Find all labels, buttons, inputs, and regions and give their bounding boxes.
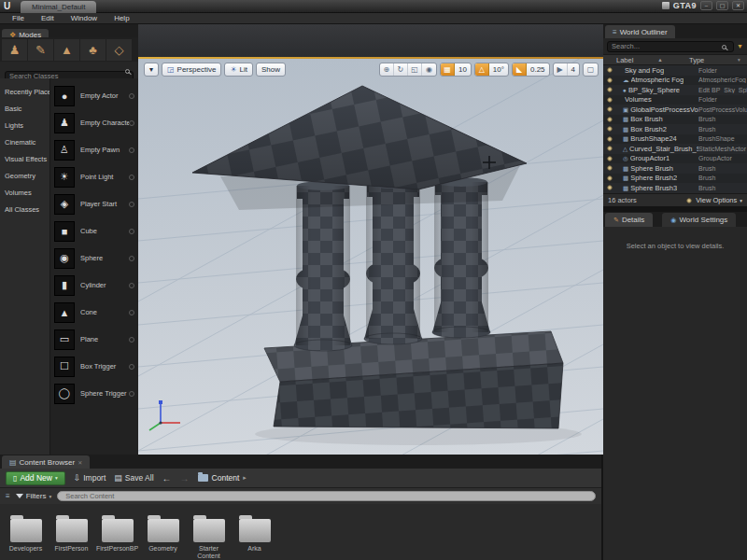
tab-world-outliner[interactable]: ≡ World Outliner bbox=[605, 25, 675, 38]
drag-handle[interactable] bbox=[129, 175, 134, 180]
rotation-snap-value[interactable]: 10° bbox=[489, 63, 508, 76]
world-coordinate-button[interactable]: ◉ bbox=[422, 63, 436, 76]
tab-content-browser[interactable]: ▤ Content Browser ✕ bbox=[2, 455, 90, 469]
asset-item[interactable]: Starter Content bbox=[187, 508, 231, 560]
outliner-row[interactable]: ▩ Box Brush Brush bbox=[603, 115, 747, 125]
drag-handle[interactable] bbox=[129, 391, 134, 397]
visibility-eye-icon[interactable] bbox=[606, 135, 613, 143]
outliner-settings-icon[interactable]: ▼ bbox=[737, 43, 743, 49]
visibility-eye-icon[interactable] bbox=[606, 116, 613, 123]
mode-tool-button[interactable]: ◇ bbox=[106, 39, 132, 61]
import-button[interactable]: ⇩ Import bbox=[74, 473, 106, 483]
view-options-button[interactable]: View Options ▾ bbox=[685, 196, 742, 204]
rotation-snap-toggle[interactable]: △ bbox=[475, 63, 489, 76]
placeable-item[interactable]: ▲ Cone bbox=[50, 299, 138, 326]
lit-mode-button[interactable]: ☀ Lit bbox=[224, 63, 253, 77]
drag-handle[interactable] bbox=[129, 120, 134, 126]
category-item[interactable]: All Classes bbox=[0, 202, 49, 218]
move-tool-button[interactable]: ⊕ bbox=[380, 63, 394, 76]
placeable-item[interactable]: ▮ Cylinder bbox=[50, 272, 138, 299]
mode-tool-button[interactable]: ♣ bbox=[80, 39, 106, 61]
category-item[interactable]: Volumes bbox=[0, 185, 49, 202]
menu-item[interactable]: Window bbox=[63, 14, 106, 22]
category-item[interactable]: Visual Effects bbox=[0, 151, 49, 168]
visibility-eye-icon[interactable] bbox=[606, 125, 613, 133]
asset-item[interactable]: FirstPersonBP bbox=[95, 508, 139, 553]
grid-snap-toggle[interactable]: ▦ bbox=[441, 63, 455, 76]
mode-tool-button[interactable]: ▲ bbox=[54, 39, 79, 61]
tab-details[interactable]: ✎ Details bbox=[605, 213, 653, 227]
outliner-row[interactable]: Sky and Fog Folder bbox=[603, 65, 747, 76]
column-label[interactable]: Label bbox=[603, 56, 633, 64]
visibility-eye-icon[interactable] bbox=[606, 155, 613, 162]
visibility-eye-icon[interactable] bbox=[606, 164, 613, 172]
camera-speed-value[interactable]: 4 bbox=[568, 63, 579, 76]
outliner-row[interactable]: ▩ Sphere Brush Brush bbox=[603, 163, 747, 174]
outliner-row[interactable]: ▩ Sphere Brush3 Brush bbox=[603, 183, 747, 193]
visibility-eye-icon[interactable] bbox=[606, 175, 613, 182]
column-options-icon[interactable]: ▾ bbox=[738, 57, 747, 63]
outliner-row[interactable]: ▩ Box Brush2 Brush bbox=[603, 124, 747, 134]
outliner-row[interactable]: Volumes Folder bbox=[603, 95, 747, 105]
tab-world-settings[interactable]: ◉ World Settings bbox=[662, 213, 736, 227]
visibility-eye-icon[interactable] bbox=[606, 105, 613, 113]
visibility-eye-icon[interactable] bbox=[606, 184, 613, 191]
placeable-item[interactable]: ◯ Sphere Trigger bbox=[50, 380, 138, 407]
placeable-item[interactable]: ◉ Sphere bbox=[50, 245, 138, 272]
scale-snap-toggle[interactable]: ◣ bbox=[513, 63, 527, 76]
asset-item[interactable]: Developers bbox=[4, 508, 48, 553]
maximize-viewport-button[interactable]: ▢ bbox=[584, 63, 598, 76]
close-button[interactable]: ✕ bbox=[732, 1, 744, 10]
level-tab[interactable]: Minimal_Default bbox=[21, 1, 96, 13]
visibility-eye-icon[interactable] bbox=[606, 145, 613, 152]
scale-tool-button[interactable]: ◱ bbox=[408, 63, 422, 76]
menu-item[interactable]: File bbox=[4, 14, 33, 22]
outliner-row[interactable]: ● BP_Sky_Sphere Edit BP_Sky_Sphere bbox=[603, 85, 747, 95]
placeable-item[interactable]: ☀ Point Light bbox=[50, 163, 138, 190]
filters-button[interactable]: Filters ▾ bbox=[16, 492, 52, 500]
placeable-item[interactable]: ♟ Empty Character bbox=[50, 109, 138, 136]
viewport-options-button[interactable]: ▾ bbox=[144, 63, 159, 77]
visibility-eye-icon[interactable] bbox=[606, 96, 613, 104]
drag-handle[interactable] bbox=[129, 310, 134, 315]
drag-handle[interactable] bbox=[129, 147, 134, 153]
drag-handle[interactable] bbox=[129, 364, 134, 370]
level-viewport[interactable]: ▾ ◲ Perspective ☀ Lit Show ⊕ ↻ ◱ ◉ ▦ bbox=[138, 59, 603, 455]
outliner-search-input[interactable] bbox=[607, 41, 734, 52]
category-item[interactable]: Lights bbox=[0, 118, 49, 134]
sources-panel-toggle-icon[interactable]: ≡ bbox=[6, 492, 10, 500]
grid-snap-value[interactable]: 10 bbox=[455, 63, 471, 76]
category-item[interactable]: Recently Placed bbox=[0, 84, 49, 101]
asset-item[interactable]: Geometry bbox=[141, 508, 185, 553]
back-button[interactable]: ← bbox=[162, 473, 172, 483]
category-item[interactable]: Cinematic bbox=[0, 134, 49, 151]
save-all-button[interactable]: ▤ Save All bbox=[114, 473, 153, 483]
drag-handle[interactable] bbox=[129, 283, 134, 288]
drag-handle[interactable] bbox=[129, 229, 134, 234]
category-item[interactable]: Geometry bbox=[0, 168, 49, 185]
camera-speed-icon[interactable]: ▶ bbox=[554, 63, 568, 76]
outliner-row[interactable]: △ Curved_Stair_Brush_StaticMesh StaticMe… bbox=[603, 144, 747, 154]
add-new-button[interactable]: ▯ Add New ▾ bbox=[6, 471, 65, 485]
close-tab-icon[interactable]: ✕ bbox=[78, 459, 82, 466]
placeable-item[interactable]: ◈ Player Start bbox=[50, 190, 138, 217]
menu-item[interactable]: Help bbox=[106, 14, 137, 22]
visibility-eye-icon[interactable] bbox=[606, 77, 613, 84]
placeable-item[interactable]: ■ Cube bbox=[50, 217, 138, 245]
rotate-tool-button[interactable]: ↻ bbox=[394, 63, 408, 76]
maximize-button[interactable]: ▢ bbox=[716, 1, 728, 10]
placeable-item[interactable]: ▭ Plane bbox=[50, 326, 138, 353]
perspective-button[interactable]: ◲ Perspective bbox=[162, 63, 221, 77]
drag-handle[interactable] bbox=[129, 202, 134, 207]
menu-item[interactable]: Edit bbox=[33, 14, 63, 22]
placeable-item[interactable]: ♙ Empty Pawn bbox=[50, 136, 138, 163]
placeable-item[interactable]: ● Empty Actor bbox=[50, 82, 138, 109]
outliner-row[interactable]: ▩ Sphere Brush2 Brush bbox=[603, 174, 747, 184]
drag-handle[interactable] bbox=[129, 256, 134, 261]
scale-snap-value[interactable]: 0.25 bbox=[527, 63, 549, 76]
sort-arrow-icon[interactable]: ▲ bbox=[657, 57, 662, 63]
outliner-row[interactable]: ▩ BrushShape24 BrushShape bbox=[603, 134, 747, 145]
outliner-row[interactable]: ▣ GlobalPostProcessVolume PostProcessVol… bbox=[603, 105, 747, 115]
column-type[interactable]: Type bbox=[689, 56, 738, 64]
search-content-input[interactable] bbox=[57, 491, 596, 501]
